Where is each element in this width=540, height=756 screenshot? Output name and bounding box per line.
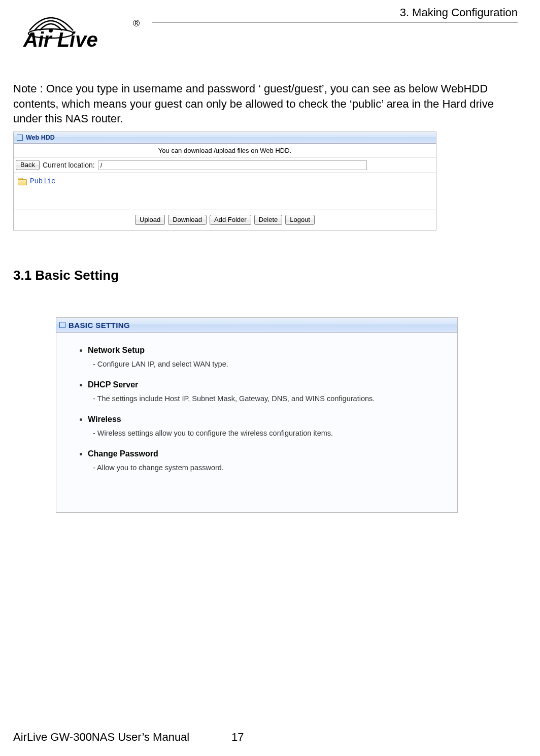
note-paragraph: Note : Once you type in username and pas… — [13, 81, 525, 126]
logo-text: Air Live — [23, 28, 98, 51]
directory-listing: Public — [14, 173, 436, 210]
folder-item[interactable]: Public — [18, 177, 432, 185]
footer-page-number: 17 — [231, 731, 244, 744]
location-row: Back Current location: — [14, 157, 436, 173]
airlive-logo: Air Live ® — [14, 2, 146, 51]
panel-toggle-icon[interactable] — [17, 135, 23, 141]
basic-setting-panel: BASIC SETTING Network Setup - Configure … — [56, 317, 458, 513]
webhdd-panel-header: Web HDD — [14, 132, 436, 144]
basic-item-desc: - Allow you to change system password. — [93, 464, 446, 472]
webhdd-button-row: Upload Download Add Folder Delete Logout — [14, 210, 436, 230]
basic-item-desc: - Configure LAN IP, and select WAN type. — [93, 360, 446, 368]
basic-item-title: Network Setup — [88, 346, 446, 355]
location-input[interactable] — [98, 160, 367, 170]
basic-item-desc: - The settings include Host IP, Subnet M… — [93, 395, 446, 403]
section-heading: 3.1 Basic Setting — [13, 268, 119, 283]
basic-item-desc: - Wireless settings allow you to configu… — [93, 429, 446, 437]
basic-item-title: DHCP Server — [88, 380, 446, 389]
logout-button[interactable]: Logout — [285, 215, 315, 225]
folder-icon — [18, 178, 27, 185]
panel-toggle-icon[interactable] — [59, 322, 65, 328]
location-label: Current location: — [43, 161, 95, 169]
footer-manual-title: AirLive GW-300NAS User’s Manual — [13, 731, 189, 744]
logo-reg-mark: ® — [133, 18, 140, 28]
download-button[interactable]: Download — [168, 215, 207, 225]
chapter-label: 3. Making Configuration — [400, 6, 518, 19]
webhdd-description: You can download /upload files on Web HD… — [14, 144, 436, 157]
upload-button[interactable]: Upload — [135, 215, 165, 225]
basic-panel-header: BASIC SETTING — [56, 318, 457, 333]
header-divider — [152, 22, 518, 23]
webhdd-panel: Web HDD You can download /upload files o… — [13, 132, 436, 231]
basic-item-title: Change Password — [88, 449, 446, 458]
webhdd-title: Web HDD — [26, 134, 55, 141]
basic-item-change-password[interactable]: Change Password - Allow you to change sy… — [88, 449, 446, 472]
delete-button[interactable]: Delete — [254, 215, 283, 225]
back-button[interactable]: Back — [16, 160, 40, 170]
page-footer: AirLive GW-300NAS User’s Manual 17 — [13, 731, 518, 744]
basic-item-dhcp-server[interactable]: DHCP Server - The settings include Host … — [88, 380, 446, 403]
basic-title: BASIC SETTING — [69, 321, 130, 330]
basic-item-title: Wireless — [88, 415, 446, 424]
basic-body: Network Setup - Configure LAN IP, and se… — [56, 333, 457, 472]
add-folder-button[interactable]: Add Folder — [210, 215, 251, 225]
page-root: 3. Making Configuration Air Live ® Note … — [0, 0, 540, 756]
folder-name: Public — [30, 177, 55, 185]
basic-item-network-setup[interactable]: Network Setup - Configure LAN IP, and se… — [88, 346, 446, 368]
basic-item-wireless[interactable]: Wireless - Wireless settings allow you t… — [88, 415, 446, 437]
